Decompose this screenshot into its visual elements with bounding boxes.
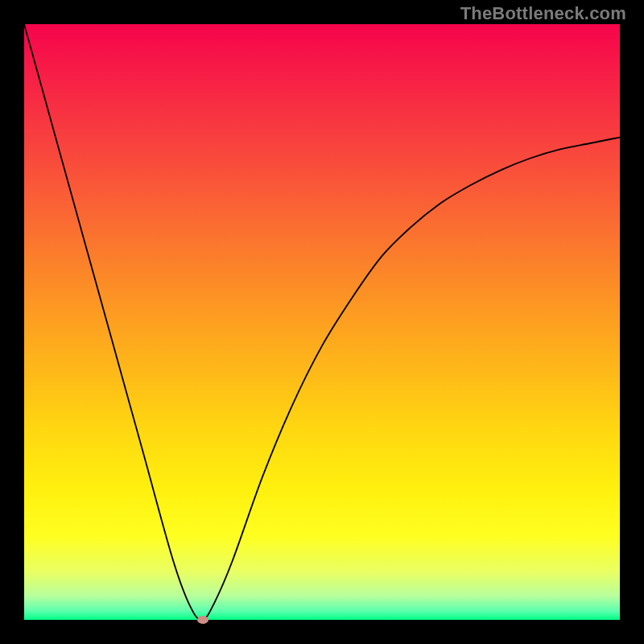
plot-area (24, 24, 620, 620)
attribution-text: TheBottleneck.com (460, 3, 626, 24)
optimal-point-marker (197, 616, 208, 624)
curve-svg (24, 24, 620, 620)
bottleneck-curve (24, 24, 620, 620)
chart-frame: TheBottleneck.com (0, 0, 644, 644)
